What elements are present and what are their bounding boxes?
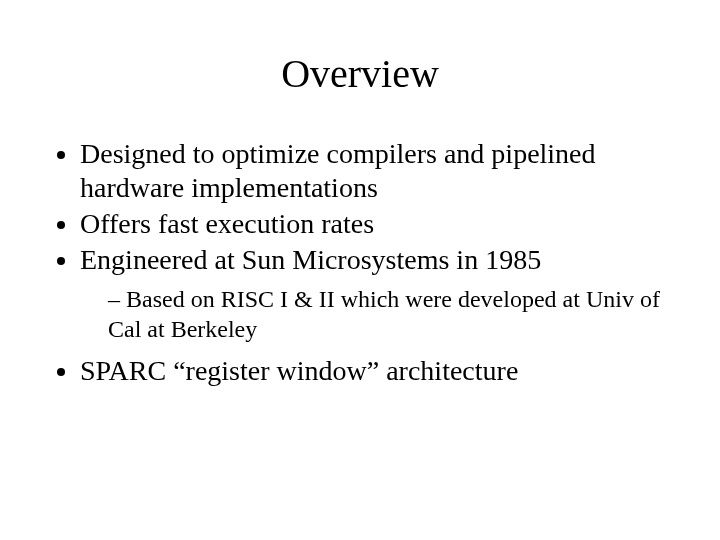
bullet-item: SPARC “register window” architecture — [80, 354, 680, 388]
slide: Overview Designed to optimize compilers … — [0, 0, 720, 540]
sub-bullet-item: Based on RISC I & II which were develope… — [108, 284, 680, 344]
bullet-item: Designed to optimize compilers and pipel… — [80, 137, 680, 205]
bullet-item: Engineered at Sun Microsystems in 1985 B… — [80, 243, 680, 343]
bullet-item: Offers fast execution rates — [80, 207, 680, 241]
sub-bullet-list: Based on RISC I & II which were develope… — [80, 284, 680, 344]
slide-title: Overview — [40, 50, 680, 97]
bullet-text: Engineered at Sun Microsystems in 1985 — [80, 244, 541, 275]
bullet-list: Designed to optimize compilers and pipel… — [52, 137, 680, 388]
